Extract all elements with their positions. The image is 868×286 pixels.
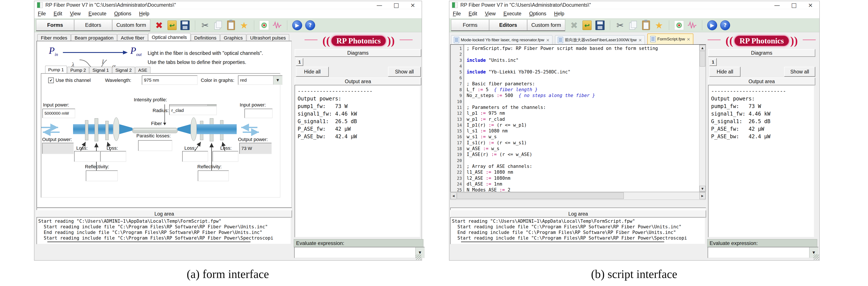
tab-ultrashort-pulses[interactable]: Ultrashort pulses xyxy=(247,34,289,41)
close-tab-icon[interactable]: × xyxy=(546,37,550,42)
menu-edit[interactable]: Edit xyxy=(54,11,62,17)
show-all-button[interactable]: Show all xyxy=(784,67,815,77)
diagram-1-button[interactable]: 1 xyxy=(709,58,717,66)
tab-fiber-modes[interactable]: Fiber modes xyxy=(37,34,71,41)
tab-active-fiber[interactable]: Active fiber xyxy=(117,34,148,41)
tab-signal2[interactable]: Signal 2 xyxy=(113,67,135,73)
code-line[interactable]: dl_ASE := 1nm xyxy=(467,181,699,187)
vertical-scrollbar[interactable]: ▲ ▼ xyxy=(699,45,706,192)
code-line[interactable]: l_s1 := 1080 nm xyxy=(467,128,699,134)
code-line[interactable]: l2_ASE := 1080nm xyxy=(467,176,699,181)
input-power-left-input[interactable]: 5000000 mW xyxy=(42,109,75,118)
chevron-down-icon[interactable]: ▼ xyxy=(273,76,282,85)
custom-form-button[interactable]: Custom form xyxy=(112,20,150,31)
maximize-button[interactable]: □ xyxy=(394,2,399,8)
tab-beam-propagation[interactable]: Beam propagation xyxy=(71,34,117,41)
waveform-icon[interactable] xyxy=(687,20,697,30)
tab-pump1[interactable]: Pump 1 xyxy=(45,66,67,73)
code-line[interactable] xyxy=(467,75,699,81)
copy-icon[interactable] xyxy=(214,21,222,30)
use-channel-checkbox[interactable]: ✔ xyxy=(48,77,54,83)
code-line[interactable]: No_z_steps := 500 { no steps along the f… xyxy=(467,93,699,98)
reflectivity-input-right[interactable] xyxy=(198,170,229,181)
custom-form-button[interactable]: Custom form xyxy=(527,20,565,31)
favorites-icon[interactable]: ★ xyxy=(239,20,249,30)
output-area[interactable]: ------------------------Output powers:pu… xyxy=(708,85,814,237)
editors-button[interactable]: Editors xyxy=(489,20,527,31)
run-icon[interactable]: ▶ xyxy=(707,20,717,30)
code-line[interactable]: w_p1 := r_clad xyxy=(467,117,699,122)
menu-file[interactable]: File xyxy=(38,11,46,17)
menu-view[interactable]: View xyxy=(70,11,81,17)
menu-execute[interactable]: Execute xyxy=(88,11,106,17)
loss-input-1[interactable] xyxy=(74,151,100,162)
menu-execute[interactable]: Execute xyxy=(503,11,521,17)
log-hscrollbar[interactable] xyxy=(461,241,664,242)
code-line[interactable]: I_ASE(r) := (r <= w_ASE) xyxy=(467,152,699,157)
minimize-button[interactable]: — xyxy=(774,2,780,8)
scroll-right-icon[interactable]: ▶ xyxy=(700,192,706,199)
code-line[interactable]: l1_ASE := 1080 nm xyxy=(467,169,699,175)
close-button[interactable]: × xyxy=(808,2,813,8)
menu-file[interactable]: File xyxy=(453,11,461,17)
forms-button[interactable]: Forms xyxy=(36,20,74,31)
open-file-icon[interactable]: ↩ xyxy=(583,21,592,30)
forms-button[interactable]: Forms xyxy=(451,20,489,31)
output-area[interactable]: ------------------------Output powers:pu… xyxy=(294,85,421,237)
menu-options[interactable]: Options xyxy=(529,11,546,17)
parasitic-losses-input[interactable] xyxy=(138,140,172,151)
loss-input-4[interactable] xyxy=(213,151,239,162)
menu-edit[interactable]: Edit xyxy=(469,11,477,17)
resize-grip[interactable] xyxy=(415,254,421,260)
open-file-icon[interactable]: ↩ xyxy=(167,21,177,30)
hide-all-button[interactable]: Hide all xyxy=(709,67,741,77)
editors-button[interactable]: Editors xyxy=(74,20,112,31)
code-line[interactable]: ; FormScript.fpw: RP Fiber Power script … xyxy=(467,45,699,52)
maximize-button[interactable]: □ xyxy=(791,2,797,8)
show-all-button[interactable]: Show all xyxy=(388,67,421,77)
reflectivity-input-left[interactable] xyxy=(86,170,118,181)
code-line[interactable] xyxy=(467,99,699,104)
script-editor[interactable]: 1234567891011121314151617181920212223242… xyxy=(450,44,706,192)
save-icon[interactable] xyxy=(181,21,190,30)
target-icon[interactable] xyxy=(259,21,269,30)
tab-optical-channels[interactable]: Optical channels xyxy=(148,33,190,41)
code-line[interactable]: include "Units.inc" xyxy=(467,58,699,63)
tab-signal1[interactable]: Signal 1 xyxy=(90,67,112,73)
cut-icon[interactable]: ✂ xyxy=(615,20,625,30)
close-tab-icon[interactable]: × xyxy=(639,37,642,42)
hide-all-button[interactable]: Hide all xyxy=(296,67,329,77)
log-hscrollbar[interactable] xyxy=(47,241,250,242)
log-area[interactable]: Start reading "C:\Users\ADMINI~1\AppData… xyxy=(450,217,705,244)
code-line[interactable] xyxy=(467,63,699,69)
log-area[interactable]: Start reading "C:\Users\ADMINI~1\AppData… xyxy=(36,217,291,244)
evaluate-expression-combo[interactable]: ▼ xyxy=(708,247,818,258)
resize-grip[interactable] xyxy=(813,254,819,260)
editor-tab-3-active[interactable]: FormScript.fpw × xyxy=(647,33,693,45)
code-line[interactable]: I_p1(r) := (r <= w_p1) xyxy=(467,122,699,128)
radius-input[interactable]: r_clad xyxy=(169,106,217,115)
color-dropdown[interactable]: red▼ xyxy=(238,75,282,85)
code-line[interactable]: I_s1(r) := (r <= w_s1) xyxy=(467,140,699,146)
run-icon[interactable]: ▶ xyxy=(292,20,302,30)
help-icon[interactable]: ? xyxy=(720,20,730,30)
paste-icon[interactable] xyxy=(642,21,650,30)
close-button[interactable]: × xyxy=(410,2,415,8)
hscroll-thumb[interactable] xyxy=(457,192,624,199)
menu-view[interactable]: View xyxy=(485,11,496,17)
vscroll-thumb[interactable] xyxy=(700,51,705,67)
target-icon[interactable] xyxy=(674,21,684,30)
cut-icon[interactable]: ✂ xyxy=(200,20,210,30)
save-icon[interactable] xyxy=(595,21,604,30)
close-tab-icon[interactable]: × xyxy=(687,36,690,42)
tab-ase[interactable]: ASE xyxy=(135,67,150,73)
minimize-button[interactable]: — xyxy=(376,2,382,8)
code-area[interactable]: ; FormScript.fpw: RP Fiber Power script … xyxy=(467,45,699,192)
code-line[interactable]: include "Yb-Liekki Yb700-25-250DC.inc" xyxy=(467,69,699,75)
loss-input-3[interactable] xyxy=(182,151,208,162)
loss-input-2[interactable] xyxy=(100,151,126,162)
editor-tab-2[interactable]: 前向放大器vsSeeFiberLaser1000W.fpw × xyxy=(555,35,645,45)
horizontal-scrollbar[interactable]: ◀ ▶ xyxy=(450,192,706,200)
paste-icon[interactable] xyxy=(227,21,235,30)
editor-tab-1[interactable]: Mode-locked Yb fiber laser, ring resonat… xyxy=(451,35,553,45)
